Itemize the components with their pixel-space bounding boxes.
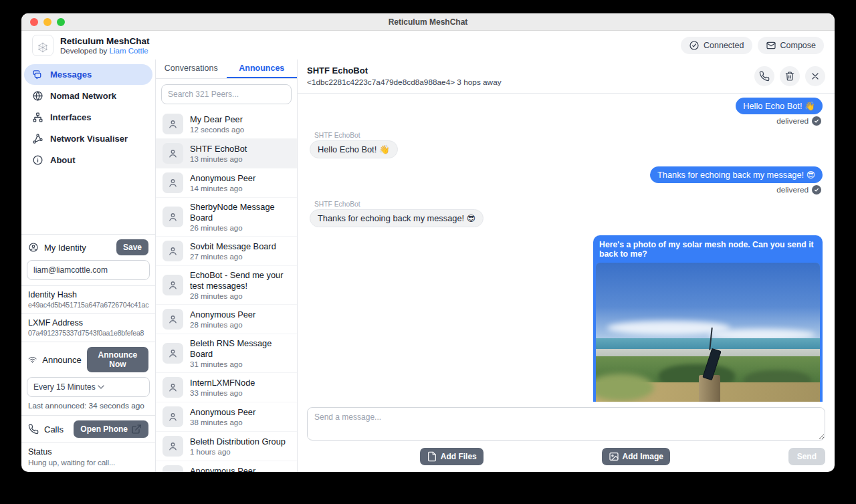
connected-label: Connected <box>704 41 744 50</box>
close-conversation-button[interactable] <box>805 66 825 86</box>
identity-hash-value: e49ac4d5b451715a647a6726704c41ac <box>28 301 148 309</box>
identity-hash-label: Identity Hash <box>28 290 148 299</box>
wifi-icon <box>28 354 37 365</box>
send-button[interactable]: Send <box>788 448 825 465</box>
peer-name: Sovbit Message Board <box>190 241 276 252</box>
call-status-value: Hung up, waiting for call... <box>28 458 148 467</box>
list-item[interactable]: SHTF EchoBot13 minutes ago <box>156 139 297 168</box>
add-files-button[interactable]: Add Files <box>420 448 484 465</box>
list-item[interactable]: InternLXMFNode33 minutes ago <box>156 373 297 402</box>
app-title: Reticulum MeshChat <box>60 36 150 46</box>
peer-timestamp: 14 minutes ago <box>190 184 255 193</box>
list-item[interactable]: Beleth RNS Message Board31 minutes ago <box>156 334 297 373</box>
add-image-button[interactable]: Add Image <box>602 448 670 465</box>
peer-avatar <box>163 465 183 472</box>
peer-timestamp: 28 minutes ago <box>190 292 290 300</box>
call-peer-button[interactable] <box>754 66 774 86</box>
announce-now-button[interactable]: Announce Now <box>87 347 148 372</box>
outgoing-message-bubble[interactable]: Hello Echo Bot! 👋 <box>736 98 823 114</box>
list-item[interactable]: Beleth Distribution Group1 hours ago <box>156 432 297 461</box>
lxmf-address-block: LXMF Address 07a4912375337d7543f0aa1e8bf… <box>21 313 155 342</box>
outgoing-message-bubble[interactable]: Thanks for echoing back my message! 😎 <box>650 166 823 183</box>
delivery-status-text: delivered <box>776 116 809 126</box>
peer-timestamp: 31 minutes ago <box>190 360 290 368</box>
sidebar-item-label: Messages <box>50 70 92 80</box>
peer-name: My Dear Peer <box>190 114 244 125</box>
person-icon <box>167 245 179 257</box>
peer-name: EchoBot - Send me your test messages! <box>190 270 290 291</box>
chat-panel: SHTF EchoBot <1dbc2281c4223c7a479de8cd8a… <box>298 59 835 472</box>
list-item[interactable]: Anonymous Peer38 minutes ago <box>156 402 297 432</box>
peer-timestamp: 1 hours ago <box>190 448 286 456</box>
open-phone-button[interactable]: Open Phone <box>74 420 148 438</box>
person-icon <box>167 118 179 130</box>
person-icon <box>167 440 179 452</box>
tab-conversations[interactable]: Conversations <box>156 59 227 78</box>
identity-hash-block: Identity Hash e49ac4d5b451715a647a672670… <box>21 285 155 313</box>
list-item[interactable]: My Dear Peer12 seconds ago <box>156 110 297 139</box>
list-item[interactable]: Anonymous Peer1 hours ago <box>156 461 297 472</box>
developer-link[interactable]: Liam Cottle <box>110 47 148 55</box>
compose-button[interactable]: Compose <box>758 37 825 54</box>
envelope-icon <box>766 40 776 51</box>
outgoing-photo-message[interactable]: Here's a photo of my solar mesh node. Ca… <box>593 235 823 402</box>
image-icon <box>609 451 619 462</box>
sidebar-item-label: Network Visualiser <box>50 134 128 144</box>
incoming-message-bubble[interactable]: Hello Echo Bot! 👋 <box>310 140 398 158</box>
tab-announces[interactable]: Announces <box>227 59 298 78</box>
window-title: Reticulum MeshChat <box>21 17 835 27</box>
list-item[interactable]: Anonymous Peer28 minutes ago <box>156 305 297 334</box>
sidebar-item-messages[interactable]: Messages <box>24 64 152 85</box>
peer-name: Anonymous Peer <box>190 407 255 418</box>
sidebar-item-interfaces[interactable]: Interfaces <box>24 107 152 128</box>
peer-avatar <box>163 241 183 261</box>
person-icon <box>167 470 179 472</box>
list-item[interactable]: SherbyNode Message Board26 minutes ago <box>156 198 297 237</box>
sidebar-item-about[interactable]: About <box>24 150 152 170</box>
delivered-check-icon <box>812 185 821 195</box>
photo-attachment[interactable] <box>596 263 820 402</box>
lxmf-address-value: 07a4912375337d7543f0aa1e8bfefea8 <box>28 329 148 337</box>
photo-caption: Here's a photo of my solar mesh node. Ca… <box>596 238 820 263</box>
peer-avatar <box>163 143 183 164</box>
delete-conversation-button[interactable] <box>780 66 800 86</box>
peer-timestamp: 38 minutes ago <box>190 418 255 426</box>
search-peers-input[interactable] <box>161 84 292 104</box>
save-identity-button[interactable]: Save <box>116 239 148 255</box>
peer-name: SHTF EchoBot <box>190 144 247 154</box>
peer-avatar <box>163 436 183 457</box>
list-item[interactable]: EchoBot - Send me your test messages!28 … <box>156 266 297 305</box>
peer-name: Beleth Distribution Group <box>190 436 286 447</box>
connected-status-badge: Connected <box>681 37 752 54</box>
person-icon <box>167 148 179 159</box>
app-subtitle: Developed by Liam Cottle <box>60 47 150 55</box>
phone-icon <box>759 71 770 82</box>
add-image-label: Add Image <box>623 452 663 461</box>
person-icon <box>167 177 179 188</box>
mesh-logo-icon <box>37 40 48 51</box>
sidebar-bottom: My Identity Save Identity Hash e49ac4d5b… <box>21 234 155 472</box>
identity-label: My Identity <box>44 243 86 253</box>
person-icon <box>167 348 179 359</box>
peers-panel: Conversations Announces My Dear Peer12 s… <box>155 59 298 472</box>
peer-name: Anonymous Peer <box>190 466 255 472</box>
app-logo <box>32 35 54 56</box>
compose-label: Compose <box>780 41 817 50</box>
list-item[interactable]: Anonymous Peer14 minutes ago <box>156 168 297 198</box>
sidebar-item-nomad-network[interactable]: Nomad Network <box>24 86 152 106</box>
list-item[interactable]: Sovbit Message Board27 minutes ago <box>156 237 297 266</box>
lxmf-address-label: LXMF Address <box>28 318 148 328</box>
incoming-message-bubble[interactable]: Thanks for echoing back my message! 😎 <box>310 209 484 227</box>
info-icon <box>32 154 43 166</box>
sidebar-item-network-visualiser[interactable]: Network Visualiser <box>24 128 152 149</box>
interfaces-icon <box>32 112 43 123</box>
peer-avatar <box>163 309 183 330</box>
peers-tabs: Conversations Announces <box>156 59 297 79</box>
call-status-block: Status Hung up, waiting for call... <box>21 443 155 472</box>
person-circle-icon <box>28 242 39 253</box>
message-input[interactable] <box>307 407 825 440</box>
display-name-input[interactable] <box>27 260 150 280</box>
chat-icon <box>32 69 43 80</box>
person-icon <box>167 211 179 223</box>
announce-interval-select[interactable]: Every 15 Minutes <box>27 377 150 397</box>
